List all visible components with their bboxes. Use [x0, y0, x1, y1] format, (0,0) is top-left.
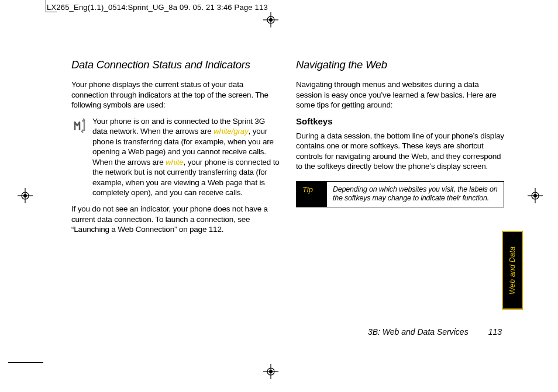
- section-heading: Data Connection Status and Indicators: [71, 58, 280, 71]
- section-heading: Navigating the Web: [296, 58, 504, 71]
- print-file-info: LX265_Eng(1.1)_0514:Sprint_UG_8a 09. 05.…: [47, 3, 268, 12]
- right-column: Navigating the Web Navigating through me…: [296, 58, 504, 241]
- register-mark-icon: [528, 188, 543, 203]
- indicator-row: Your phone is on and is connected to the…: [71, 116, 280, 198]
- register-mark-icon: [263, 12, 278, 27]
- register-mark-icon: [263, 364, 278, 379]
- indicator-description: Your phone is on and is connected to the…: [92, 116, 280, 198]
- signal-3g-icon: [71, 117, 88, 136]
- crop-mark: [8, 362, 43, 363]
- register-mark-icon: [18, 188, 33, 203]
- intro-text: Your phone displays the current status o…: [71, 79, 280, 110]
- left-column: Data Connection Status and Indicators Yo…: [71, 58, 280, 241]
- accent-text: white: [166, 158, 184, 166]
- tip-callout: Tip Depending on which websites you visi…: [296, 181, 504, 207]
- footer-section: 3B: Web and Data Services: [368, 327, 469, 337]
- page-footer: 3B: Web and Data Services 113: [368, 327, 502, 337]
- tip-label: Tip: [297, 182, 327, 207]
- tip-text: Depending on which websites you visit, t…: [327, 182, 504, 207]
- crop-mark: [46, 12, 57, 12]
- sub-heading: Softkeys: [296, 116, 504, 126]
- page-body: Data Connection Status and Indicators Yo…: [71, 58, 504, 241]
- intro-text: Navigating through menus and websites du…: [296, 79, 504, 110]
- section-tab-label: Web and Data: [508, 246, 516, 294]
- outro-text: If you do not see an indicator, your pho…: [71, 204, 280, 235]
- section-tab: Web and Data: [502, 231, 523, 310]
- accent-text: white/gray: [213, 127, 249, 136]
- page-number: 113: [488, 327, 502, 337]
- softkeys-text: During a data session, the bottom line o…: [296, 131, 504, 172]
- crop-mark: [46, 0, 46, 12]
